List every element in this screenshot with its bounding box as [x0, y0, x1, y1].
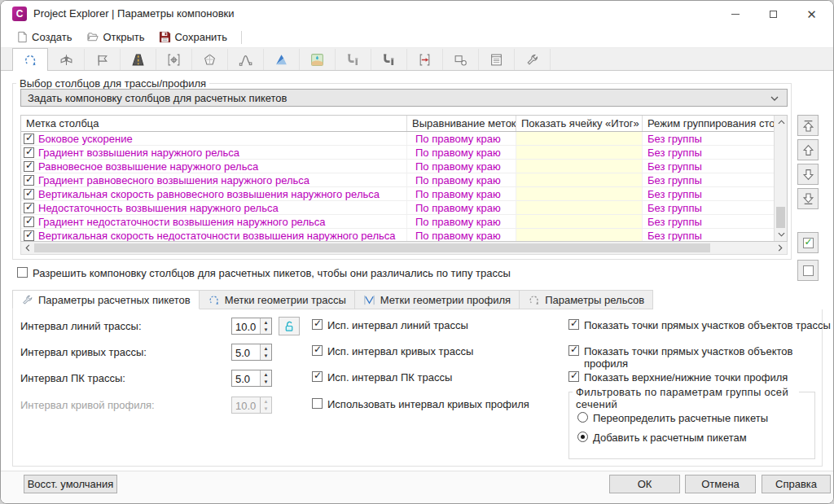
open-button[interactable]: Открыть — [81, 28, 150, 46]
show-alignment-tangent-points-checkbox[interactable]: Показать точки прямых участков объектов … — [568, 319, 831, 331]
table-row[interactable]: Градиент равновесного возвышения наружно… — [21, 173, 787, 187]
row-checkbox[interactable] — [24, 147, 34, 158]
maximize-button[interactable] — [754, 1, 792, 27]
interval-stations-spinner[interactable]: ▲▼ — [231, 370, 272, 387]
row-checkbox[interactable] — [24, 189, 34, 199]
row-checkbox[interactable] — [24, 175, 34, 186]
row-alignment-cell[interactable]: По правому краю — [407, 132, 516, 145]
checkbox[interactable] — [312, 319, 323, 330]
row-checkbox[interactable] — [24, 134, 34, 144]
horizontal-scrollbar[interactable] — [20, 242, 788, 255]
close-button[interactable]: ✕ — [792, 1, 831, 27]
cancel-button[interactable]: Отмена — [685, 475, 756, 493]
use-lines-interval-checkbox[interactable]: Исп. интервал линий трассы — [312, 319, 468, 331]
interval-stations-input[interactable] — [232, 370, 259, 386]
minimize-button[interactable] — [716, 1, 754, 27]
table-row[interactable]: Равновесное возвышение наружного рельса … — [21, 160, 787, 173]
horizontal-scroll-thumb[interactable] — [34, 243, 710, 252]
table-row[interactable]: Вертикальная скорость равновесного возвы… — [21, 187, 787, 201]
tab-corridors[interactable] — [121, 49, 156, 70]
checkbox[interactable] — [568, 319, 579, 330]
row-total-cell[interactable] — [516, 201, 643, 214]
row-alignment-cell[interactable]: По правому краю — [407, 173, 516, 186]
row-alignment-cell[interactable]: По правому краю — [407, 215, 516, 228]
scroll-down-icon[interactable] — [775, 228, 788, 241]
table-row[interactable]: Боковое ускорение По правому краю Без гр… — [21, 132, 787, 146]
scroll-right-icon[interactable] — [774, 241, 787, 254]
tab-sample-lines[interactable] — [407, 49, 443, 70]
check-all-button[interactable] — [797, 232, 819, 253]
use-stations-interval-checkbox[interactable]: Исп. интервал ПК трассы — [312, 371, 452, 383]
row-checkbox[interactable] — [24, 217, 34, 227]
row-grouping-cell[interactable]: Без группы — [643, 187, 775, 200]
row-alignment-cell[interactable]: По правому краю — [407, 146, 516, 159]
preset-dropdown[interactable]: Задать компоновку столбцов для расчетных… — [20, 89, 788, 107]
checkbox[interactable] — [312, 345, 323, 356]
lock-button[interactable] — [279, 317, 300, 335]
add-to-stations-radio[interactable]: Добавить к расчетным пикетам — [577, 432, 747, 444]
row-grouping-cell[interactable]: Без группы — [643, 201, 775, 214]
tab-catchments[interactable] — [300, 49, 336, 70]
row-grouping-cell[interactable]: Без группы — [643, 160, 775, 173]
interval-lines-spinner[interactable]: ▲▼ — [231, 318, 272, 335]
row-grouping-cell[interactable]: Без группы — [643, 215, 775, 228]
row-alignment-cell[interactable]: По правому краю — [407, 187, 516, 200]
allow-layout-checkbox[interactable]: Разрешить компоновку столбцов для расчет… — [17, 267, 511, 279]
tab-assemblies[interactable] — [49, 49, 85, 70]
spin-up-icon[interactable]: ▲ — [264, 320, 269, 325]
interval-curves-spinner[interactable]: ▲▼ — [231, 344, 272, 361]
tab-parcels[interactable] — [192, 49, 228, 70]
interval-lines-input[interactable] — [232, 318, 259, 334]
row-alignment-cell[interactable]: По правому краю — [407, 201, 516, 214]
tab-pressure-networks[interactable] — [371, 49, 407, 70]
tab-alignments[interactable] — [12, 48, 48, 71]
row-total-cell[interactable] — [516, 173, 643, 186]
row-total-cell[interactable] — [516, 146, 643, 159]
spin-up-icon[interactable]: ▲ — [264, 372, 269, 377]
checkbox[interactable] — [568, 371, 579, 382]
tab-rail-parameters[interactable]: Параметры рельсов — [520, 290, 653, 309]
checkbox[interactable] — [568, 345, 579, 356]
uncheck-all-button[interactable] — [797, 260, 819, 281]
tab-blocks[interactable] — [443, 49, 479, 70]
save-button[interactable]: Сохранить — [153, 28, 233, 46]
checkbox[interactable] — [312, 371, 323, 382]
spin-down-icon[interactable]: ▼ — [264, 327, 269, 332]
tab-profile-geometry-labels[interactable]: Метки геометрии профиля — [355, 290, 520, 309]
move-bottom-button[interactable] — [797, 188, 819, 209]
row-checkbox[interactable] — [24, 203, 34, 213]
checkbox[interactable] — [17, 267, 28, 278]
scroll-left-icon[interactable] — [21, 241, 34, 254]
move-down-button[interactable] — [797, 164, 819, 185]
tab-pipe-networks[interactable] — [336, 49, 371, 70]
row-alignment-cell[interactable]: По правому краю — [407, 160, 516, 173]
row-grouping-cell[interactable]: Без группы — [643, 173, 775, 186]
spin-down-icon[interactable]: ▼ — [264, 379, 269, 384]
move-up-button[interactable] — [797, 139, 819, 160]
row-total-cell[interactable] — [516, 229, 643, 242]
row-checkbox[interactable] — [24, 230, 34, 241]
ok-button[interactable]: ОК — [609, 475, 680, 493]
spin-up-icon[interactable]: ▲ — [264, 346, 269, 351]
tab-feature-lines[interactable] — [228, 49, 264, 70]
row-total-cell[interactable] — [516, 187, 643, 200]
row-total-cell[interactable] — [516, 132, 643, 145]
table-row[interactable]: Вертикальная скорость недостаточности во… — [21, 229, 787, 242]
tab-alignment-geometry-labels[interactable]: Метки геометрии трассы — [200, 290, 355, 309]
row-total-cell[interactable] — [516, 215, 643, 228]
row-checkbox[interactable] — [24, 161, 34, 172]
table-row[interactable]: Градиент возвышения наружного рельса По … — [21, 146, 787, 160]
tab-reports[interactable] — [479, 49, 515, 70]
spin-down-icon[interactable]: ▼ — [264, 353, 269, 358]
show-profile-tangent-points-checkbox[interactable]: Показать точки прямых участков объектов … — [568, 345, 833, 370]
table-row[interactable]: Градиент недостаточности возвышения нару… — [21, 215, 787, 229]
vertical-scroll-thumb[interactable] — [776, 207, 785, 228]
tab-surfaces[interactable] — [264, 49, 300, 70]
checkbox[interactable] — [312, 398, 323, 409]
vertical-scrollbar[interactable] — [774, 116, 787, 241]
tab-intersections[interactable] — [156, 49, 192, 70]
table-row[interactable]: Недостаточность возвышения наружного рел… — [21, 201, 787, 215]
scroll-up-icon[interactable] — [775, 116, 788, 129]
radio-selected[interactable] — [577, 432, 588, 442]
new-button[interactable]: Создать — [11, 28, 77, 46]
